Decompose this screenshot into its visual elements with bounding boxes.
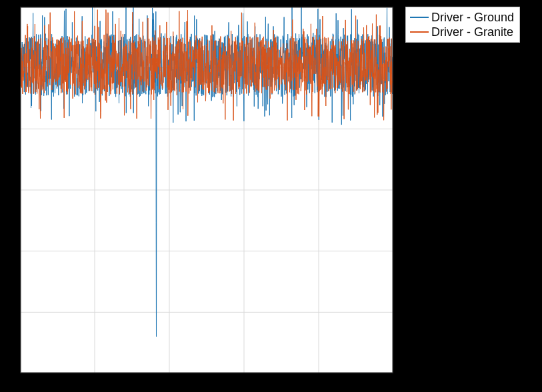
legend-item: Driver - Granite [410, 25, 514, 39]
legend-item: Driver - Ground [410, 10, 514, 25]
chart-canvas [20, 7, 393, 373]
chart-series [20, 7, 393, 337]
legend-label: Driver - Ground [431, 10, 514, 25]
legend-label: Driver - Granite [431, 25, 513, 39]
chart-axes [20, 7, 393, 373]
chart-legend: Driver - Ground Driver - Granite [405, 7, 520, 43]
legend-swatch-ground [410, 17, 429, 18]
legend-swatch-granite [410, 31, 429, 33]
